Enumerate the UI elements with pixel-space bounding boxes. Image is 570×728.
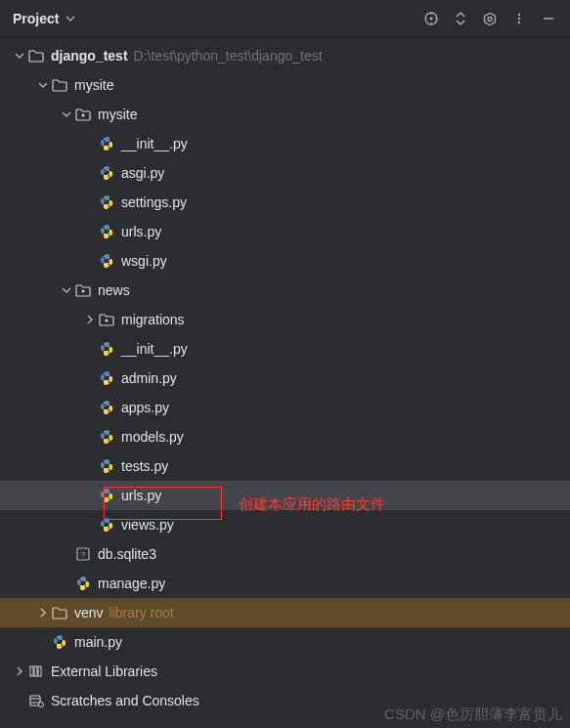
more-icon[interactable]: [507, 7, 531, 30]
svg-point-19: [104, 343, 106, 345]
select-opened-file-icon[interactable]: [419, 7, 443, 30]
tree-label: urls.py: [121, 488, 161, 503]
svg-point-15: [104, 255, 106, 257]
svg-point-30: [108, 499, 110, 501]
svg-text:?: ?: [81, 550, 86, 559]
svg-point-16: [108, 265, 110, 267]
tree-file[interactable]: views.py: [0, 510, 570, 539]
tree-label: apps.py: [121, 400, 169, 415]
tree-file[interactable]: ? db.sqlite3: [0, 539, 570, 569]
python-icon: [98, 516, 115, 534]
tree-folder[interactable]: mysite: [0, 70, 570, 100]
tree-label: __init__.py: [121, 136, 188, 151]
svg-point-43: [39, 703, 44, 707]
tree-file[interactable]: __init__.py: [0, 129, 570, 158]
chevron-right-icon: [82, 312, 98, 327]
tree-path: D:\test\python_test\django_test: [134, 48, 323, 64]
tree-file[interactable]: wsgi.py: [0, 246, 570, 276]
python-icon: [98, 340, 115, 358]
tree-file[interactable]: models.py: [0, 422, 570, 451]
tree-file[interactable]: settings.py: [0, 188, 570, 217]
svg-point-31: [104, 519, 106, 521]
tree-label: urls.py: [121, 224, 161, 239]
package-icon: [74, 281, 92, 299]
svg-point-37: [57, 636, 59, 638]
settings-icon[interactable]: [478, 7, 502, 30]
project-tree[interactable]: django_test D:\test\python_test\django_t…: [0, 37, 570, 715]
svg-point-27: [104, 460, 106, 462]
tree-scratches[interactable]: Scratches and Consoles: [0, 686, 570, 715]
svg-point-10: [108, 177, 110, 179]
tree-folder-root[interactable]: django_test D:\test\python_test\django_t…: [0, 41, 570, 70]
chevron-down-icon: [59, 107, 74, 122]
folder-icon: [27, 47, 45, 64]
package-icon: [74, 106, 92, 123]
db-icon: ?: [74, 545, 92, 563]
tree-file[interactable]: urls.py: [0, 217, 570, 246]
tree-file[interactable]: manage.py: [0, 569, 570, 598]
python-icon: [98, 369, 115, 387]
tree-secondary-label: library root: [110, 605, 174, 621]
svg-point-21: [104, 372, 106, 374]
chevron-right-icon: [12, 664, 27, 679]
tree-folder[interactable]: news: [0, 276, 570, 305]
tree-label: tests.py: [121, 458, 168, 474]
python-icon: [98, 164, 115, 182]
python-icon: [98, 428, 115, 446]
svg-point-11: [104, 196, 106, 198]
svg-point-28: [108, 470, 110, 472]
tree-label: admin.py: [121, 370, 177, 386]
tree-label: models.py: [121, 429, 184, 445]
svg-point-3: [518, 13, 520, 15]
tree-external-libraries[interactable]: External Libraries: [0, 657, 570, 686]
svg-point-23: [104, 402, 106, 404]
python-icon: [51, 633, 68, 651]
tree-label: news: [98, 282, 130, 298]
chevron-down-icon: [63, 11, 78, 26]
project-title: Project: [13, 11, 59, 26]
minimize-icon[interactable]: [537, 7, 560, 30]
python-icon: [98, 223, 115, 240]
tree-file[interactable]: apps.py: [0, 393, 570, 422]
chevron-down-icon: [12, 48, 27, 64]
tree-file[interactable]: main.py: [0, 627, 570, 657]
svg-point-36: [84, 587, 86, 589]
project-dropdown[interactable]: Project: [13, 11, 78, 26]
tree-label: wsgi.py: [121, 253, 167, 269]
svg-point-32: [108, 529, 110, 531]
tree-file[interactable]: admin.py: [0, 364, 570, 393]
svg-rect-40: [34, 666, 37, 676]
svg-point-26: [108, 441, 110, 443]
svg-point-24: [108, 411, 110, 413]
tree-file[interactable]: tests.py: [0, 451, 570, 481]
tree-file[interactable]: __init__.py: [0, 334, 570, 364]
svg-point-8: [108, 148, 110, 150]
chevron-down-icon: [59, 282, 74, 298]
tree-file[interactable]: asgi.py: [0, 158, 570, 188]
chevron-right-icon: [35, 605, 51, 621]
python-icon: [98, 457, 115, 475]
svg-point-2: [488, 17, 492, 21]
tree-file[interactable]: urls.py: [0, 481, 570, 510]
python-icon: [74, 575, 92, 592]
tree-label: settings.py: [121, 194, 187, 210]
svg-point-18: [106, 320, 109, 322]
expand-collapse-icon[interactable]: [449, 7, 472, 30]
python-icon: [98, 399, 115, 416]
tree-folder[interactable]: mysite: [0, 100, 570, 129]
tree-label: mysite: [74, 77, 113, 93]
python-icon: [98, 193, 115, 211]
python-icon: [98, 135, 115, 152]
svg-rect-41: [38, 666, 41, 676]
tree-label: Scratches and Consoles: [51, 693, 199, 708]
svg-point-29: [104, 490, 106, 492]
svg-point-17: [82, 290, 85, 293]
tree-folder[interactable]: migrations: [0, 305, 570, 334]
svg-point-35: [80, 578, 82, 579]
tree-folder-venv[interactable]: venv library root: [0, 598, 570, 627]
svg-rect-39: [30, 666, 33, 676]
svg-point-7: [104, 138, 106, 140]
tree-label: venv: [74, 605, 104, 621]
tree-label: views.py: [121, 517, 174, 533]
svg-point-13: [104, 226, 106, 228]
